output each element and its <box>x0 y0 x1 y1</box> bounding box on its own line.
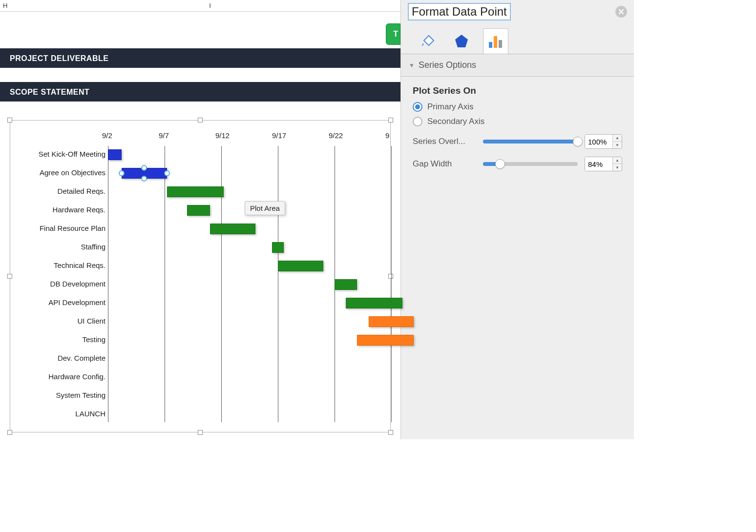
task-label: Dev. Complete <box>10 354 105 362</box>
task-label: Set Kick-Off Meeting <box>10 150 105 158</box>
app-root: H I T PROJECT DELIVERABLE SCOPE STATEMEN… <box>0 0 634 439</box>
series-overlap-input[interactable] <box>585 135 612 148</box>
pentagon-icon <box>453 33 470 49</box>
task-row: Hardware Reqs. <box>10 202 390 220</box>
series-overlap-step-up[interactable]: ▲ <box>613 135 622 142</box>
x-axis-tick: 9/12 <box>215 131 230 140</box>
task-row: Set Kick-Off Meeting <box>10 146 390 164</box>
tab-effects[interactable] <box>449 28 474 54</box>
svg-rect-0 <box>489 42 492 48</box>
task-label: Technical Reqs. <box>10 261 105 269</box>
radio-primary-axis[interactable]: Primary Axis <box>413 102 622 112</box>
plot-series-on-label: Plot Series On <box>413 85 622 96</box>
template-button[interactable]: T <box>386 23 400 45</box>
task-row: Staffing <box>10 239 390 257</box>
column-header-i[interactable]: I <box>20 0 400 11</box>
series-overlap-label: Series Overl... <box>413 137 476 146</box>
task-label: Testing <box>10 335 105 344</box>
svg-rect-2 <box>499 40 502 48</box>
gap-width-valuebox: ▲ ▼ <box>585 157 622 171</box>
chart-container: 9/29/79/129/179/229 Set Kick-Off Meeting… <box>0 120 400 432</box>
task-label: Detailed Reqs. <box>10 187 105 195</box>
close-pane-button[interactable] <box>615 6 627 18</box>
task-rows: Set Kick-Off MeetingAgree on ObjectivesD… <box>10 146 390 422</box>
task-label: LAUNCH <box>10 409 105 418</box>
bar-handle[interactable] <box>119 170 125 176</box>
x-axis-tick: 9/7 <box>159 131 169 140</box>
section-scope-statement: SCOPE STATEMENT <box>0 82 400 102</box>
format-pane-title[interactable]: Format Data Point <box>408 3 511 20</box>
series-options-header[interactable]: ▼ Series Options <box>401 54 634 77</box>
task-row: System Testing <box>10 387 390 406</box>
tab-series-options[interactable] <box>483 28 508 54</box>
disclosure-triangle-icon: ▼ <box>409 62 415 69</box>
gap-width-row: Gap Width ▲ ▼ <box>413 157 622 171</box>
radio-secondary-axis-control[interactable] <box>413 117 422 126</box>
bar-handle[interactable] <box>141 176 147 182</box>
series-options-label: Series Options <box>419 60 476 70</box>
gantt-bar[interactable] <box>108 149 122 160</box>
x-axis-tick: 9/22 <box>329 131 343 140</box>
gantt-bar[interactable] <box>346 298 402 308</box>
radio-primary-axis-control[interactable] <box>413 102 422 112</box>
format-pane-tabs <box>401 26 634 54</box>
series-overlap-valuebox: ▲ ▼ <box>585 134 622 149</box>
gap-width-slider[interactable] <box>483 162 578 166</box>
task-label: Final Resource Plan <box>10 224 105 232</box>
task-row: DB Development <box>10 276 390 294</box>
bar-handle[interactable] <box>164 170 170 176</box>
gantt-bar[interactable] <box>272 242 283 253</box>
svg-rect-1 <box>494 36 497 48</box>
task-row: Detailed Reqs. <box>10 183 390 202</box>
task-label: Hardware Config. <box>10 372 105 381</box>
gap-width-label: Gap Width <box>413 159 476 169</box>
task-label: System Testing <box>10 391 105 399</box>
task-row: Agree on Objectives <box>10 164 390 183</box>
gap-width-step-down[interactable]: ▼ <box>613 164 622 171</box>
radio-secondary-axis-label: Secondary Axis <box>427 117 484 126</box>
series-overlap-step-down[interactable]: ▼ <box>613 142 622 148</box>
task-label: Hardware Reqs. <box>10 205 105 214</box>
radio-secondary-axis[interactable]: Secondary Axis <box>413 117 622 126</box>
gap-width-input[interactable] <box>585 157 612 171</box>
task-row: Testing <box>10 331 390 350</box>
bar-chart-icon <box>487 33 504 50</box>
task-label: UI Client <box>10 317 105 325</box>
task-row: Final Resource Plan <box>10 220 390 239</box>
series-overlap-row: Series Overl... ▲ ▼ <box>413 134 622 149</box>
task-label: Agree on Objectives <box>10 168 105 177</box>
task-row: LAUNCH <box>10 406 390 424</box>
x-axis-tick: 9 <box>385 131 389 140</box>
x-axis: 9/29/79/129/179/229 <box>108 131 390 143</box>
task-row: UI Client <box>10 313 390 331</box>
series-overlap-slider[interactable] <box>483 140 578 143</box>
gap-width-step-up[interactable]: ▲ <box>613 157 622 164</box>
section-project-deliverable: PROJECT DELIVERABLE <box>0 48 400 68</box>
spreadsheet-main: H I T PROJECT DELIVERABLE SCOPE STATEMEN… <box>0 0 400 439</box>
gantt-chart[interactable]: 9/29/79/129/179/229 Set Kick-Off Meeting… <box>10 120 391 432</box>
task-row: Hardware Config. <box>10 368 390 387</box>
bar-handle[interactable] <box>141 165 147 171</box>
column-headers: H I <box>0 0 400 12</box>
gantt-bar[interactable] <box>369 316 414 327</box>
template-button-label: T <box>393 30 398 39</box>
series-options-body: Plot Series On Primary Axis Secondary Ax… <box>401 77 634 180</box>
gantt-bar[interactable] <box>122 168 167 179</box>
gantt-bar[interactable] <box>357 335 414 346</box>
tab-fill[interactable] <box>415 28 440 54</box>
task-row: API Development <box>10 294 390 313</box>
close-icon <box>618 9 624 15</box>
x-axis-tick: 9/2 <box>102 131 112 140</box>
task-label: API Development <box>10 298 105 307</box>
task-label: DB Development <box>10 280 105 288</box>
slider-thumb[interactable] <box>573 137 583 146</box>
gantt-bar[interactable] <box>187 205 210 216</box>
paint-bucket-icon <box>419 33 436 49</box>
gantt-bar[interactable] <box>335 279 357 290</box>
task-row: Technical Reqs. <box>10 257 390 276</box>
slider-thumb[interactable] <box>495 159 505 169</box>
gantt-bar[interactable] <box>210 224 255 234</box>
gantt-bar[interactable] <box>167 186 224 197</box>
gantt-bar[interactable] <box>278 261 323 271</box>
column-header-h[interactable]: H <box>0 0 20 11</box>
